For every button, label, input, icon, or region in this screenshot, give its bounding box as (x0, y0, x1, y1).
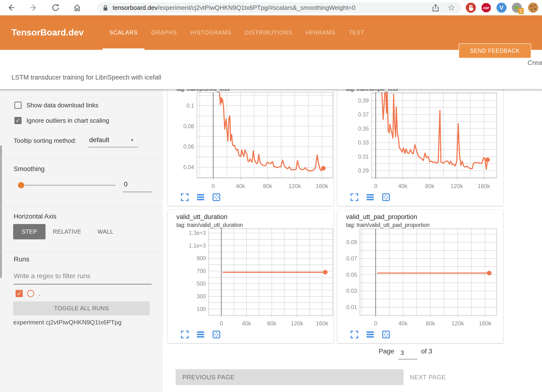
smoothing-slider-handle[interactable] (18, 182, 24, 188)
abp-extension-icon[interactable]: ABP (481, 3, 491, 13)
v-extension-label: V (500, 4, 503, 11)
tab-graphs[interactable]: GRAPHS (144, 15, 184, 50)
runs-filter-underline (14, 284, 152, 284)
reload-icon[interactable] (51, 3, 60, 12)
line-chart[interactable]: 0.010.030.050.070.09040k80k120k160k (337, 210, 503, 330)
svg-text:120k: 120k (451, 183, 463, 189)
smoothing-input-underline (123, 192, 152, 192)
share-icon[interactable] (431, 4, 440, 12)
chart-toolbar (350, 193, 390, 202)
tab-bar: SCALARSGRAPHSHISTOGRAMSDISTRIBUTIONSHPAR… (103, 15, 371, 50)
svg-text:0.35: 0.35 (358, 126, 369, 132)
experiment-title: LSTM transducer training for LibriSpeech… (12, 74, 161, 81)
svg-text:0.31: 0.31 (358, 154, 369, 160)
forward-icon[interactable] (29, 3, 38, 12)
fullscreen-icon[interactable] (180, 330, 189, 339)
back-icon[interactable] (6, 3, 16, 12)
runs-label: Runs (14, 255, 29, 263)
svg-text:100: 100 (197, 306, 206, 312)
ignore-outliers-checkbox[interactable]: ✓ (14, 117, 22, 124)
tab-distributions[interactable]: DISTRIBUTIONS (238, 15, 299, 50)
data-series-icon[interactable] (196, 193, 205, 202)
svg-text:160k: 160k (316, 183, 329, 189)
svg-text:0.29: 0.29 (358, 167, 369, 174)
smoothing-slider-track[interactable] (19, 185, 115, 186)
next-page-button[interactable]: NEXT PAGE (410, 369, 446, 385)
data-series-icon[interactable] (366, 330, 375, 339)
line-chart[interactable]: 0.040.060.080.1040k80k120k160k (168, 89, 334, 192)
tab-hparams[interactable]: HPARAMS (299, 15, 342, 50)
created-text: Crea (527, 59, 542, 67)
svg-text:0.09: 0.09 (346, 239, 357, 245)
chart-toolbar (350, 330, 390, 339)
cookie-extension-icon[interactable] (528, 3, 538, 13)
tab-histograms[interactable]: HISTOGRAMS (184, 15, 238, 50)
settings-sidebar: Show data download links ✓ Ignore outlie… (0, 89, 163, 392)
axis-relative-button[interactable]: RELATIVE (48, 224, 86, 239)
run-checkbox[interactable]: ✓ (16, 290, 23, 297)
line-chart[interactable]: 0.290.310.330.350.370.39040k80k120k160k (337, 89, 503, 192)
data-series-icon[interactable] (196, 330, 205, 339)
svg-text:900: 900 (197, 255, 206, 261)
data-series-icon[interactable] (366, 193, 375, 202)
svg-text:0.08: 0.08 (183, 123, 194, 129)
tooltip-select-underline (88, 147, 138, 147)
bookmark-star-icon[interactable]: ☆ (446, 2, 457, 13)
toggle-all-runs-button[interactable]: TOGGLE ALL RUNS (13, 301, 150, 315)
fit-to-data-icon[interactable] (382, 330, 390, 339)
horizontal-axis-label: Horizontal Axis (14, 213, 57, 220)
previous-page-button[interactable]: PREVIOUS PAGE (176, 369, 404, 385)
svg-text:0.03: 0.03 (346, 288, 357, 294)
fullscreen-icon[interactable] (350, 330, 359, 339)
svg-text:40k: 40k (242, 320, 251, 327)
home-icon[interactable] (72, 3, 82, 12)
axis-wall-button[interactable]: WALL (91, 224, 120, 239)
svg-text:ABP: ABP (483, 6, 490, 10)
chart-card-pruned-loss: pruned_loss tag: train/pruned_loss 0.040… (168, 89, 334, 206)
app-header: TensorBoard.dev SCALARSGRAPHSHISTOGRAMSD… (0, 15, 542, 50)
svg-text:0.37: 0.37 (358, 111, 369, 118)
fullscreen-icon[interactable] (180, 193, 189, 202)
experiment-run-label: experiment cj2vtPiwQHKN9Q1tx6PTpg (13, 319, 121, 326)
fit-to-data-icon[interactable] (212, 193, 221, 202)
fit-to-data-icon[interactable] (382, 193, 390, 202)
page-number-input[interactable]: 3 (398, 349, 417, 359)
adblock-extension-icon[interactable] (466, 3, 476, 13)
run-color-swatch[interactable] (27, 290, 34, 297)
run-name-label: . (39, 290, 40, 297)
extension-badge: 1 (518, 8, 524, 14)
v-extension-icon[interactable]: V (496, 3, 507, 13)
divider (0, 158, 163, 158)
brand-title: TensorBoard.dev (12, 15, 84, 50)
privacy-extension-icon[interactable]: 1 (512, 3, 522, 13)
url-text: tensorboard.dev/experiment/cj2vtPiwQHKN9… (113, 4, 355, 12)
chart-card-valid-utt-duration: valid_utt_duration tag: train/valid_utt_… (168, 210, 334, 343)
fullscreen-icon[interactable] (350, 193, 359, 202)
svg-text:120k: 120k (291, 320, 303, 327)
show-download-links-checkbox[interactable] (14, 102, 22, 109)
runs-filter-input[interactable]: Write a regex to filter runs (14, 272, 90, 280)
fit-to-data-icon[interactable] (212, 330, 221, 339)
svg-text:700: 700 (197, 268, 206, 274)
svg-text:0: 0 (220, 320, 223, 327)
svg-text:160k: 160k (479, 320, 491, 327)
pagination: Page 3 of 3 (379, 347, 432, 358)
svg-text:0: 0 (374, 320, 377, 327)
sidebar-scrollbar[interactable] (0, 145, 2, 278)
chevron-down-icon[interactable]: ▼ (130, 138, 134, 143)
tab-text[interactable]: TEXT (342, 15, 371, 50)
tooltip-sorting-select[interactable]: default (89, 136, 109, 144)
tab-scalars[interactable]: SCALARS (103, 15, 144, 50)
svg-text:80k: 80k (267, 320, 277, 327)
svg-text:40k: 40k (236, 183, 245, 189)
svg-text:80k: 80k (263, 183, 272, 189)
svg-text:0.06: 0.06 (183, 144, 194, 150)
page-label: Page (379, 347, 394, 355)
svg-text:0: 0 (374, 183, 377, 189)
send-feedback-button[interactable]: SEND FEEDBACK (459, 43, 531, 58)
smoothing-value-input[interactable]: 0 (124, 180, 128, 188)
axis-step-button[interactable]: STEP (13, 224, 46, 239)
svg-text:0.33: 0.33 (358, 139, 369, 146)
line-chart[interactable]: 1003005007009001.1e+31.3e+3040k80k120k16… (168, 210, 334, 330)
svg-text:500: 500 (197, 281, 206, 287)
